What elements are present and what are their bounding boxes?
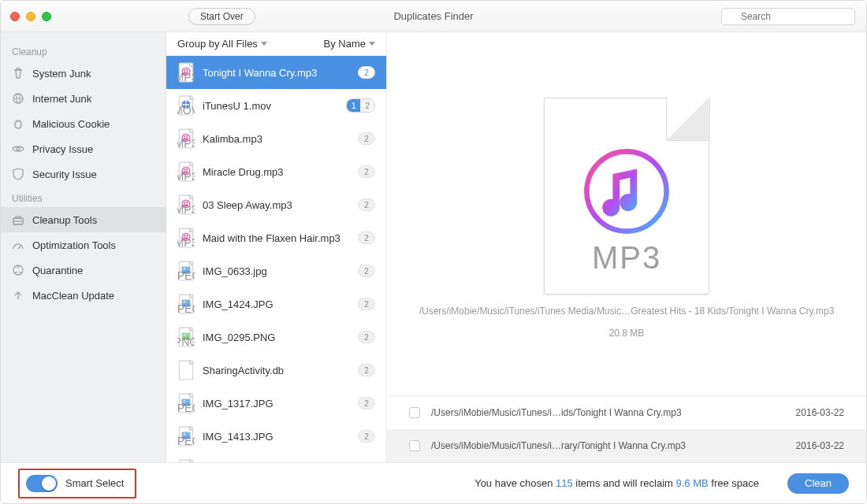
minimize-window-button[interactable] [26,12,35,21]
sidebar-item-optimization-tools[interactable]: Optimization Tools [1,232,166,258]
sidebar-item-label: Malicious Cookie [32,118,110,130]
file-name: IMG_1317.JPG [203,398,350,410]
sidebar-item-privacy-issue[interactable]: Privacy Issue [1,136,166,161]
music-note-icon [583,148,670,235]
file-type-label: MP3 [544,240,709,276]
eye-icon [12,143,24,155]
duplicate-count-badge: 2 [358,364,375,376]
sidebar-group-label: Cleanup [1,40,166,61]
search-input[interactable] [721,8,855,25]
file-row[interactable]: MP3Maid with the Flaxen Hair.mp32 [166,221,386,254]
file-name: SharingActivity.db [203,365,350,376]
summary-text: items and will reclaim [573,477,676,489]
chevron-down-icon [261,42,267,46]
png-file-icon: PNG [177,327,195,347]
file-row[interactable]: PNGIMG_0295.PNG2 [166,321,386,354]
svg-point-56 [586,151,666,231]
sidebar-item-label: Internet Junk [32,93,91,105]
file-name: IMG_1413.JPG [203,431,350,443]
svg-text:JPEG: JPEG [177,269,195,281]
duplicate-row[interactable]: /Users/iMobie/Music/iTunes/i…rary/Tonigh… [387,429,866,462]
file-size: 20.8 MB [609,328,645,339]
zoom-window-button[interactable] [42,12,51,21]
mp3-file-icon: MP3 [177,228,195,248]
group-by-label: Group by All Files [177,38,258,50]
file-row[interactable]: JPEGIMG_1224.JPG2 [166,453,386,462]
duplicate-count-badge: 12 [346,98,375,113]
file-name: Maid with the Flaxen Hair.mp3 [203,232,350,244]
sidebar-item-internet-junk[interactable]: Internet Junk [1,86,166,111]
svg-text:MP3: MP3 [177,170,195,182]
sidebar-item-quarantine[interactable]: Quarantine [1,258,166,283]
sidebar-item-malicious-cookie[interactable]: Malicious Cookie [1,111,166,136]
trash-icon [12,67,24,80]
mp3-document-icon: MP3 [544,98,709,295]
file-row[interactable]: JPEGIMG_0633.jpg2 [166,254,386,287]
jpeg-file-icon: JPEG [177,426,195,447]
jpeg-file-icon: JPEG [177,261,195,281]
file-name: iTunesU 1.mov [203,100,338,112]
duplicate-row[interactable]: /Users/iMobie/Music/iTunes/i…ids/Tonight… [387,396,866,429]
svg-text:JPEG: JPEG [177,435,195,447]
svg-text:MP3: MP3 [177,137,195,149]
svg-text:JPEG: JPEG [177,302,195,314]
duplicate-count-badge: 2 [358,66,375,79]
file-row[interactable]: MP3Miracle Drug.mp32 [166,155,386,188]
footer-bar: Smart Select You have chosen 115 items a… [1,462,866,503]
selection-summary: You have chosen 115 items and will recla… [474,477,759,489]
file-list: MP3Tonight I Wanna Cry.mp32MOViTunesU 1.… [166,56,386,462]
duplicate-date: 2016-03-22 [796,440,844,451]
start-over-button[interactable]: Start Over [188,8,255,25]
file-row[interactable]: JPEGIMG_1424.JPG2 [166,287,386,321]
svg-line-6 [18,246,20,249]
smart-select-highlight: Smart Select [18,469,136,498]
dial-icon [12,239,24,251]
window-controls [1,12,166,21]
detail-pane: MP3 /Users/iMobie/Music/iTunes/iTunes Me… [387,32,866,462]
svg-text:PNG: PNG [177,335,195,347]
summary-count: 115 [556,477,573,489]
chevron-down-icon [369,42,375,46]
duplicate-checkbox[interactable] [409,440,420,451]
file-row[interactable]: MP303 Sleep Away.mp32 [166,188,386,221]
sidebar-item-label: System Junk [32,68,91,80]
sidebar-item-label: Quarantine [32,265,83,276]
file-row[interactable]: MP3Kalimba.mp32 [166,122,386,155]
doc-file-icon [177,360,195,380]
file-path: /Users/iMobie/Music/iTunes/iTunes Media/… [419,306,835,317]
sidebar-item-macclean-update[interactable]: MacClean Update [1,283,166,308]
svg-text:MP3: MP3 [177,236,195,248]
file-row[interactable]: JPEGIMG_1413.JPG2 [166,420,386,453]
file-list-header: Group by All Files By Name [166,32,386,56]
summary-text: free space [709,477,759,489]
svg-point-4 [17,147,20,150]
clean-button[interactable]: Clean [787,473,849,494]
file-name: IMG_0633.jpg [203,265,350,277]
file-row[interactable]: MOViTunesU 1.mov12 [166,89,386,122]
close-window-button[interactable] [10,12,20,21]
jpeg-file-icon: JPEG [177,294,195,314]
duplicate-count-badge: 2 [358,232,375,244]
titlebar: Start Over Duplicates Finder [1,1,866,32]
file-name: 03 Sleep Away.mp3 [203,199,350,211]
duplicate-date: 2016-03-22 [796,407,844,418]
file-row[interactable]: JPEGIMG_1317.JPG2 [166,387,386,420]
toolbox-icon [12,213,24,226]
mp3-file-icon: MP3 [177,128,195,149]
svg-text:MOV: MOV [177,104,195,116]
sidebar-item-security-issue[interactable]: Security Issue [1,161,166,187]
duplicate-checkbox[interactable] [409,407,420,418]
duplicate-count-badge: 2 [358,430,375,443]
duplicate-count-badge: 2 [358,298,375,310]
sort-by-dropdown[interactable]: By Name [324,38,375,50]
sidebar-item-cleanup-tools[interactable]: Cleanup Tools [1,207,166,232]
file-row[interactable]: SharingActivity.db2 [166,354,386,387]
sidebar-item-system-junk[interactable]: System Junk [1,61,166,86]
smart-select-toggle[interactable] [26,475,58,492]
body: CleanupSystem JunkInternet JunkMalicious… [1,32,866,462]
up-icon [12,289,24,302]
sidebar-item-label: MacClean Update [32,290,114,302]
sidebar-item-label: Optimization Tools [32,239,116,251]
file-row[interactable]: MP3Tonight I Wanna Cry.mp32 [166,56,386,89]
group-by-dropdown[interactable]: Group by All Files [177,38,267,50]
